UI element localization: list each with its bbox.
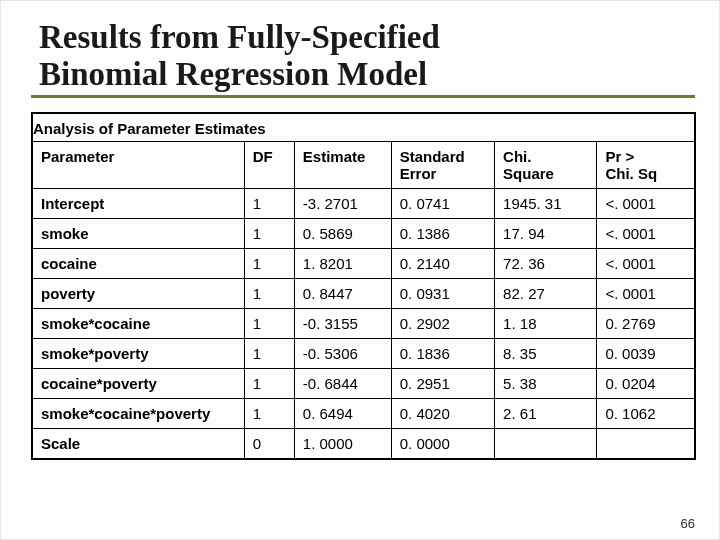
table-cell: 0. 0000 bbox=[391, 428, 494, 459]
table-cell: 0. 2140 bbox=[391, 248, 494, 278]
table-cell: 0. 5869 bbox=[294, 218, 391, 248]
table-cell: -3. 2701 bbox=[294, 188, 391, 218]
column-header: Parameter bbox=[32, 141, 244, 188]
table-cell: 8. 35 bbox=[495, 338, 597, 368]
table-cell: 1. 0000 bbox=[294, 428, 391, 459]
table-cell: -0. 5306 bbox=[294, 338, 391, 368]
table-row: poverty10. 84470. 093182. 27<. 0001 bbox=[32, 278, 695, 308]
table-cell: Scale bbox=[32, 428, 244, 459]
table-row: smoke*cocaine1-0. 31550. 29021. 180. 276… bbox=[32, 308, 695, 338]
title-line-2: Binomial Regression Model bbox=[39, 56, 427, 92]
table-cell: smoke bbox=[32, 218, 244, 248]
table-cell: 72. 36 bbox=[495, 248, 597, 278]
table-cell: 0. 2902 bbox=[391, 308, 494, 338]
table-cell: 5. 38 bbox=[495, 368, 597, 398]
table-cell: 0. 6494 bbox=[294, 398, 391, 428]
table-cell: 82. 27 bbox=[495, 278, 597, 308]
table-cell: 0. 0204 bbox=[597, 368, 695, 398]
table-cell: 0. 0931 bbox=[391, 278, 494, 308]
table-row: smoke*cocaine*poverty10. 64940. 40202. 6… bbox=[32, 398, 695, 428]
page-number: 66 bbox=[681, 516, 695, 531]
table-cell: 1 bbox=[244, 338, 294, 368]
table-row: cocaine11. 82010. 214072. 36<. 0001 bbox=[32, 248, 695, 278]
table-cell: smoke*cocaine bbox=[32, 308, 244, 338]
table-cell: 1 bbox=[244, 308, 294, 338]
table-cell: 0. 4020 bbox=[391, 398, 494, 428]
table-cell: 0. 1836 bbox=[391, 338, 494, 368]
table-cell: Intercept bbox=[32, 188, 244, 218]
table-cell: <. 0001 bbox=[597, 278, 695, 308]
table-cell: 0. 1062 bbox=[597, 398, 695, 428]
table-row: Intercept1-3. 27010. 07411945. 31<. 0001 bbox=[32, 188, 695, 218]
column-header: DF bbox=[244, 141, 294, 188]
title-underline: Results from Fully-Specified Binomial Re… bbox=[31, 19, 695, 98]
table-cell: 1 bbox=[244, 398, 294, 428]
table-cell: cocaine*poverty bbox=[32, 368, 244, 398]
column-header: Pr >Chi. Sq bbox=[597, 141, 695, 188]
table-cell bbox=[495, 428, 597, 459]
table-row: Scale01. 00000. 0000 bbox=[32, 428, 695, 459]
table-cell: 1. 18 bbox=[495, 308, 597, 338]
title-line-1: Results from Fully-Specified bbox=[39, 19, 440, 55]
table-cell: 1. 8201 bbox=[294, 248, 391, 278]
table-cell: cocaine bbox=[32, 248, 244, 278]
table-cell: 17. 94 bbox=[495, 218, 597, 248]
table-cell: 2. 61 bbox=[495, 398, 597, 428]
table-cell: 0. 8447 bbox=[294, 278, 391, 308]
table-cell: 1945. 31 bbox=[495, 188, 597, 218]
table-cell: <. 0001 bbox=[597, 218, 695, 248]
table-cell: 1 bbox=[244, 368, 294, 398]
table-cell: <. 0001 bbox=[597, 188, 695, 218]
table-cell: -0. 3155 bbox=[294, 308, 391, 338]
table-cell: 0 bbox=[244, 428, 294, 459]
table-cell: poverty bbox=[32, 278, 244, 308]
table-cell: 1 bbox=[244, 188, 294, 218]
table-cell: 1 bbox=[244, 218, 294, 248]
table-cell: 0. 2769 bbox=[597, 308, 695, 338]
table-cell: <. 0001 bbox=[597, 248, 695, 278]
table-header-row: ParameterDFEstimateStandardErrorChi.Squa… bbox=[32, 141, 695, 188]
table-cell bbox=[597, 428, 695, 459]
table-cell: 0. 2951 bbox=[391, 368, 494, 398]
column-header: StandardError bbox=[391, 141, 494, 188]
parameter-estimates-table: Analysis of Parameter Estimates Paramete… bbox=[31, 112, 696, 460]
table-cell: 1 bbox=[244, 278, 294, 308]
table-cell: smoke*poverty bbox=[32, 338, 244, 368]
table-cell: smoke*cocaine*poverty bbox=[32, 398, 244, 428]
table-caption: Analysis of Parameter Estimates bbox=[32, 113, 695, 142]
table-cell: 0. 0039 bbox=[597, 338, 695, 368]
table-row: cocaine*poverty1-0. 68440. 29515. 380. 0… bbox=[32, 368, 695, 398]
table-row: smoke*poverty1-0. 53060. 18368. 350. 003… bbox=[32, 338, 695, 368]
column-header: Chi.Square bbox=[495, 141, 597, 188]
table-cell: -0. 6844 bbox=[294, 368, 391, 398]
table-cell: 0. 0741 bbox=[391, 188, 494, 218]
table-cell: 1 bbox=[244, 248, 294, 278]
page-title: Results from Fully-Specified Binomial Re… bbox=[31, 19, 695, 93]
table-body: Intercept1-3. 27010. 07411945. 31<. 0001… bbox=[32, 188, 695, 459]
table-row: smoke10. 58690. 138617. 94<. 0001 bbox=[32, 218, 695, 248]
column-header: Estimate bbox=[294, 141, 391, 188]
table-cell: 0. 1386 bbox=[391, 218, 494, 248]
